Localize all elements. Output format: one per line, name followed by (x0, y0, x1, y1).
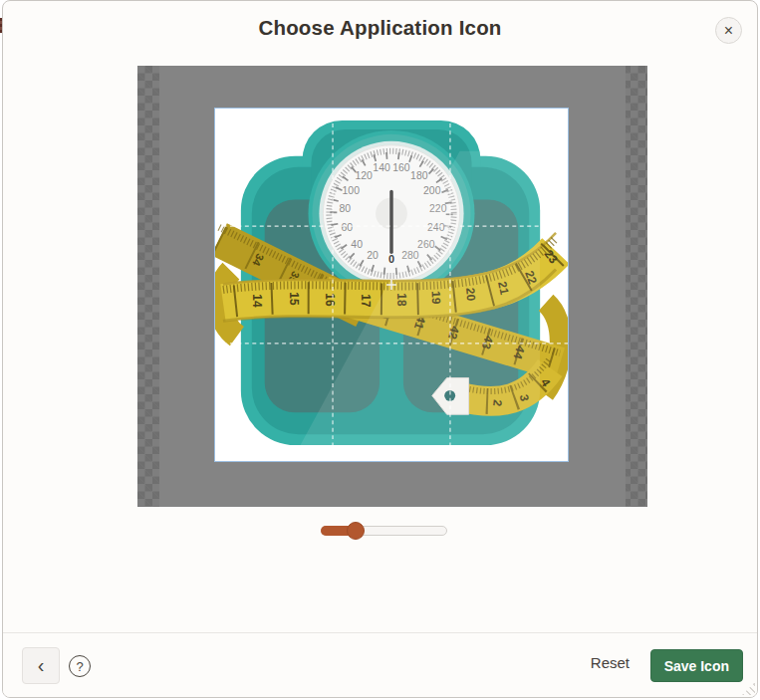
chevron-left-icon: ‹ (38, 654, 45, 676)
dial-number: 60 (341, 222, 353, 233)
tape-number: 17 (359, 294, 373, 308)
reset-button[interactable]: Reset (591, 654, 630, 671)
dial-number: 100 (343, 185, 361, 196)
dial-number: 20 (367, 250, 379, 261)
tape-number: 14 (250, 294, 264, 308)
dialog-footer: ‹ ? Reset Save Icon (3, 632, 757, 697)
close-button[interactable]: × (715, 17, 742, 44)
tape-number: 15 (287, 292, 301, 306)
zoom-slider-thumb[interactable] (347, 522, 365, 540)
choose-application-icon-dialog: Choose Application Icon × (2, 0, 758, 698)
dial-number: 120 (355, 170, 373, 181)
application-icon-preview: 0 20 40 60 80 100 120 140 160 180 200 22… (215, 109, 568, 461)
help-button[interactable]: ? (69, 655, 91, 677)
back-button[interactable]: ‹ (22, 647, 60, 684)
crop-selection-box[interactable]: 0 20 40 60 80 100 120 140 160 180 200 22… (214, 108, 569, 462)
close-icon: × (724, 22, 733, 39)
dial-number: 40 (351, 239, 363, 250)
image-cropper-canvas[interactable]: 0 20 40 60 80 100 120 140 160 180 200 22… (137, 66, 647, 507)
dial-number: 140 (373, 162, 390, 173)
dial-number: 80 (339, 203, 351, 214)
save-icon-button[interactable]: Save Icon (650, 649, 743, 682)
page-title: Choose Application Icon (3, 1, 757, 40)
dial-number: 180 (410, 170, 428, 181)
dial-number: 0 (388, 253, 394, 265)
tape-number: 16 (323, 293, 337, 307)
zoom-slider[interactable] (321, 526, 447, 536)
dial-number: 160 (392, 162, 410, 173)
dialog-header: Choose Application Icon × (3, 1, 757, 57)
help-icon: ? (76, 659, 83, 674)
